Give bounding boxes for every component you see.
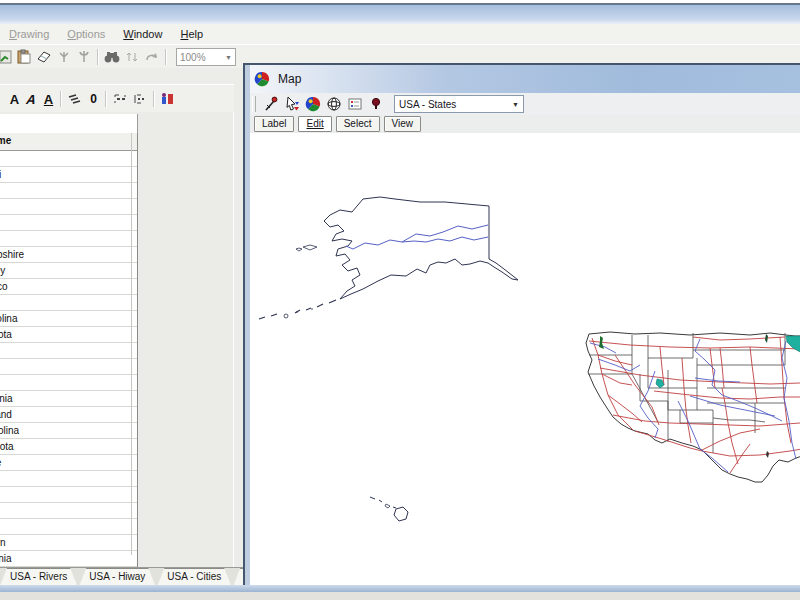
table-row[interactable]: Oklahoma <box>0 359 137 375</box>
map-mode-tab[interactable]: Label <box>254 116 294 132</box>
alaska-outline <box>259 197 518 319</box>
toolbar-separator <box>105 91 107 107</box>
table-row[interactable]: Nevada <box>0 231 137 247</box>
legend-icon[interactable] <box>344 95 365 113</box>
map-toolbar: USA - States ▼ <box>250 93 800 116</box>
table-row[interactable]: Vermont <box>0 503 137 519</box>
worksheet-pane: A A A 0 Name MinnesotaMississippiMis <box>0 68 243 600</box>
table-row[interactable]: Washington <box>0 535 137 551</box>
zoom-value: 100% <box>180 52 206 63</box>
table-row[interactable]: North Dakota <box>0 327 137 343</box>
layers-icon[interactable] <box>65 90 85 108</box>
zoom-combobox[interactable]: 100% ▼ <box>176 48 236 66</box>
states-table[interactable]: Name MinnesotaMississippiMissouriMontana… <box>0 133 138 584</box>
layer-selector[interactable]: USA - States ▼ <box>394 95 524 113</box>
table-row[interactable]: North Carolina <box>0 311 137 327</box>
zoom-red-icon[interactable] <box>365 95 386 113</box>
menu-item[interactable]: Help <box>171 26 212 42</box>
table-row[interactable]: New Hampshire <box>0 247 137 263</box>
table-row[interactable]: Pennsylvania <box>0 391 137 407</box>
chevron-down-icon: ▼ <box>225 54 232 61</box>
toolbar-separator <box>60 91 62 107</box>
map-mode-tab[interactable]: Select <box>336 116 380 132</box>
map-window-title: Map <box>278 72 301 86</box>
chart-colored-icon[interactable] <box>158 90 178 108</box>
map-mode-tab[interactable]: View <box>384 116 422 132</box>
table-row[interactable]: Tennessee <box>0 455 137 471</box>
selection-brackets-icon[interactable] <box>110 90 130 108</box>
table-row[interactable]: Virginia <box>0 519 137 535</box>
table-row[interactable]: New Jersey <box>0 263 137 279</box>
wire-globe-icon[interactable] <box>323 95 344 113</box>
sheet-tab[interactable]: USA - Cities <box>157 568 231 586</box>
table-row[interactable]: Missouri <box>0 183 137 199</box>
toolbar-separator <box>153 91 155 107</box>
document-icon[interactable] <box>0 48 14 66</box>
hawaii-outline <box>370 497 408 521</box>
table-row[interactable]: New York <box>0 295 137 311</box>
sheet-top-band <box>0 114 138 134</box>
select-pointer-icon[interactable] <box>281 95 302 113</box>
pin-disabled-icon[interactable] <box>54 48 74 66</box>
green-marker-north <box>765 334 768 343</box>
pin2-disabled-icon[interactable] <box>74 48 94 66</box>
toolbar-grip[interactable] <box>252 96 256 112</box>
menu-item[interactable]: Options <box>58 26 114 42</box>
sheet-tabs: USA - RiversUSA - HiwayUSA - CitiesUSA -… <box>0 567 243 586</box>
map-window: Map USA - States ▼ <box>243 63 800 587</box>
table-row[interactable]: Minnesota <box>0 151 137 167</box>
rivers <box>590 339 796 472</box>
sheet-tab[interactable]: USA - Hiway <box>79 568 155 586</box>
sheet-tab[interactable]: USA - L <box>233 568 243 586</box>
table-row[interactable]: Montana <box>0 199 137 215</box>
column-gridline <box>131 133 132 555</box>
table-row[interactable]: Ohio <box>0 343 137 359</box>
table-row[interactable]: Mississippi <box>0 167 137 183</box>
table-row[interactable]: Rhode Island <box>0 407 137 423</box>
map-title-bar[interactable]: Map <box>250 65 800 93</box>
continental-us <box>586 332 800 482</box>
table-rows: MinnesotaMississippiMissouriMontanaNebra… <box>0 151 137 583</box>
pane-edge <box>233 112 234 600</box>
screen: DrawingOptionsWindowHelp 100% ▼ A A A <box>0 0 800 600</box>
chevron-down-icon: ▼ <box>512 101 519 108</box>
underline-button[interactable]: A <box>40 92 57 107</box>
map-canvas[interactable] <box>250 133 800 585</box>
toolbar-separator <box>165 49 167 65</box>
window-bottom-border <box>0 585 800 592</box>
colored-globe-icon[interactable] <box>302 95 323 113</box>
table-row[interactable]: West Virginia <box>0 551 137 567</box>
zero-format-button[interactable]: 0 <box>85 92 102 106</box>
toolbar-separator <box>97 49 99 65</box>
layer-selector-value: USA - States <box>399 99 456 110</box>
menu-bar: DrawingOptionsWindowHelp <box>0 24 800 44</box>
great-salt-lake <box>656 379 664 388</box>
map-mode-tabs: LabelEditSelectView <box>250 115 800 133</box>
screen-bottom-strip <box>0 592 800 600</box>
table-row[interactable]: South Carolina <box>0 423 137 439</box>
table-row[interactable]: South Dakota <box>0 439 137 455</box>
column-header[interactable]: Name <box>0 133 137 151</box>
sort-arrows-disabled-icon[interactable] <box>122 48 142 66</box>
menu-item[interactable]: Drawing <box>0 26 58 42</box>
binoculars-icon[interactable] <box>102 48 122 66</box>
align-brackets-icon[interactable] <box>130 90 150 108</box>
menu-item[interactable]: Window <box>114 26 171 42</box>
sheet-tab[interactable]: USA - Rivers <box>0 568 77 586</box>
sheet-area: Name MinnesotaMississippiMissouriMontana… <box>0 112 234 567</box>
usa-map-graphic <box>250 133 800 585</box>
lake-superior <box>786 336 800 353</box>
table-row[interactable]: Utah <box>0 487 137 503</box>
table-row[interactable]: Texas <box>0 471 137 487</box>
eraser-icon[interactable] <box>34 48 54 66</box>
table-row[interactable]: Oregon <box>0 375 137 391</box>
app-title-bar <box>0 0 800 24</box>
map-mode-tab[interactable]: Edit <box>298 116 331 132</box>
redo-disabled-icon[interactable] <box>142 48 162 66</box>
paste-icon[interactable] <box>14 48 34 66</box>
table-row[interactable]: Nebraska <box>0 215 137 231</box>
pin-tool-icon[interactable] <box>260 95 281 113</box>
map-app-icon <box>254 71 270 87</box>
table-row[interactable]: New Mexico <box>0 279 137 295</box>
dark-marker-gulf <box>766 451 769 458</box>
